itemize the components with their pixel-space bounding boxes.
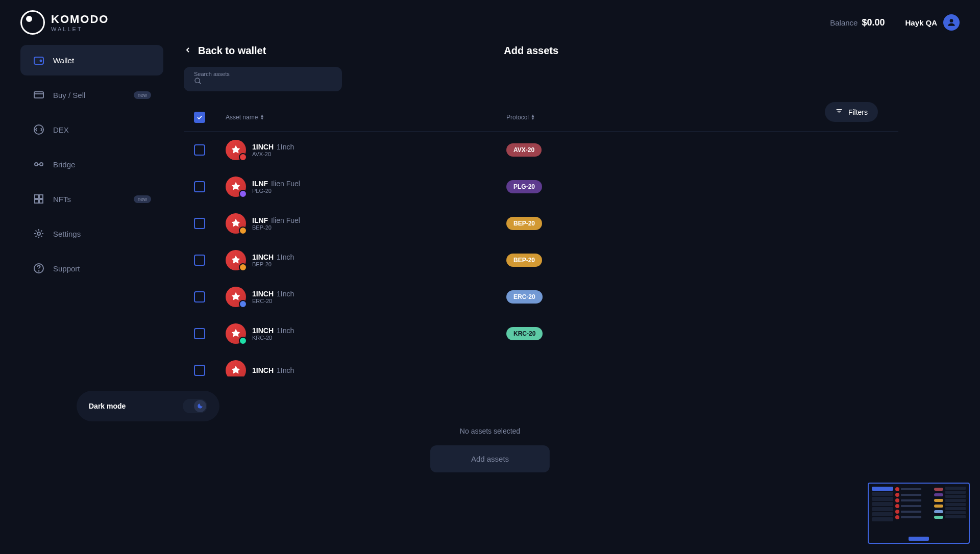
add-assets-button[interactable]: Add assets [430,445,550,472]
protocol-badge-icon [239,153,247,161]
asset-symbol: 1INCH [252,326,274,335]
logo[interactable]: KOMODO WALLET [20,10,109,35]
protocol-badge-icon [239,337,247,345]
filters-label: Filters [848,108,868,116]
asset-row[interactable]: 1INCH 1Inch [184,352,898,376]
check-icon [196,114,203,121]
search-icon [194,77,202,87]
asset-row[interactable]: 1INCH 1Inch AVX-20 AVX-20 [184,132,898,168]
filters-button[interactable]: Filters [825,102,878,122]
svg-point-15 [39,271,39,271]
col-asset-label: Asset name [226,114,258,121]
svg-point-7 [40,163,43,166]
nav-wallet[interactable]: Wallet [20,45,163,75]
asset-icon [226,250,246,270]
nav-label: Bridge [53,160,75,169]
asset-row[interactable]: 1INCH 1Inch ERC-20 ERC-20 [184,279,898,315]
balance-value: $0.00 [862,17,885,28]
asset-subprotocol: KRC-20 [252,335,294,341]
svg-rect-12 [39,199,43,203]
protocol-badge: AVX-20 [506,143,542,157]
toggle-switch[interactable] [183,399,207,413]
asset-icon [226,140,246,160]
svg-point-2 [40,60,42,62]
nav-dex[interactable]: DEX [20,114,163,145]
logo-text-main: KOMODO [51,13,109,26]
asset-icon [226,213,246,234]
minimap[interactable] [868,483,970,544]
asset-fullname: Ilien Fuel [271,180,300,188]
no-assets-text: No assets selected [430,427,550,435]
asset-icon [226,287,246,307]
asset-symbol: 1INCH [252,143,274,151]
asset-symbol: 1INCH [252,290,274,298]
user-name: Hayk QA [905,18,937,27]
asset-checkbox[interactable] [194,291,205,303]
nav-nfts[interactable]: NFTs new [20,184,163,214]
nav-settings[interactable]: Settings [20,218,163,249]
nav-label: Settings [53,230,81,238]
asset-row[interactable]: 1INCH 1Inch BEP-20 BEP-20 [184,242,898,279]
moon-icon [194,400,206,412]
asset-row[interactable]: ILNF Ilien Fuel BEP-20 BEP-20 [184,205,898,242]
asset-checkbox[interactable] [194,218,205,229]
user-icon [946,17,957,28]
asset-checkbox[interactable] [194,144,205,156]
card-icon [33,89,45,101]
asset-symbol: 1INCH [252,253,274,261]
protocol-badge: ERC-20 [506,290,543,304]
protocol-badge-icon [239,190,247,198]
protocol-badge-icon [239,300,247,308]
nav-label: DEX [53,125,69,134]
asset-icon [226,360,246,376]
svg-point-13 [37,232,40,235]
back-label: Back to wallet [198,45,266,57]
balance-label: Balance [830,18,857,27]
asset-fullname: 1Inch [277,326,294,335]
swap-icon [33,123,45,136]
sort-icon: ▲▼ [531,114,535,120]
svg-rect-10 [39,195,43,198]
protocol-badge: BEP-20 [506,217,542,230]
gear-icon [33,228,45,240]
nav-badge: new [134,195,151,203]
svg-rect-9 [35,195,38,198]
asset-checkbox[interactable] [194,255,205,266]
asset-checkbox[interactable] [194,365,205,376]
asset-subprotocol: BEP-20 [252,261,294,267]
asset-row[interactable]: ILNF Ilien Fuel PLG-20 PLG-20 [184,168,898,205]
nav-label: Wallet [53,56,74,65]
svg-rect-3 [34,92,43,98]
asset-row[interactable]: 1INCH 1Inch KRC-20 KRC-20 [184,315,898,352]
col-protocol-label: Protocol [506,114,529,121]
nav-bridge[interactable]: Bridge [20,149,163,180]
search-label: Search assets [194,71,332,77]
back-button[interactable]: Back to wallet [184,45,266,57]
page-title: Add assets [504,45,558,57]
bridge-icon [33,158,45,170]
nav-support[interactable]: Support [20,253,163,284]
select-all-checkbox[interactable] [194,112,205,123]
svg-point-16 [195,78,200,83]
nav-badge: new [134,91,151,99]
asset-symbol: ILNF [252,216,268,224]
grid-icon [33,193,45,205]
logo-text-sub: WALLET [51,26,109,32]
asset-checkbox[interactable] [194,328,205,339]
search-input[interactable] [208,78,332,86]
dark-mode-toggle[interactable]: Dark mode [77,391,219,421]
chevron-left-icon [184,45,192,57]
asset-checkbox[interactable] [194,181,205,192]
asset-list[interactable]: 1INCH 1Inch AVX-20 AVX-20 ILNF Ilien Fue… [184,132,898,376]
search-container[interactable]: Search assets [184,67,342,91]
nav-buy-sell[interactable]: Buy / Sell new [20,80,163,110]
protocol-badge-icon [239,263,247,271]
asset-subprotocol: BEP-20 [252,224,300,231]
svg-rect-11 [35,199,38,203]
nav-label: Support [53,264,80,273]
asset-icon [226,177,246,197]
asset-symbol: 1INCH [252,366,274,374]
protocol-badge: PLG-20 [506,180,542,193]
col-asset-name[interactable]: Asset name ▲▼ [226,114,506,121]
user-avatar[interactable] [943,14,960,31]
